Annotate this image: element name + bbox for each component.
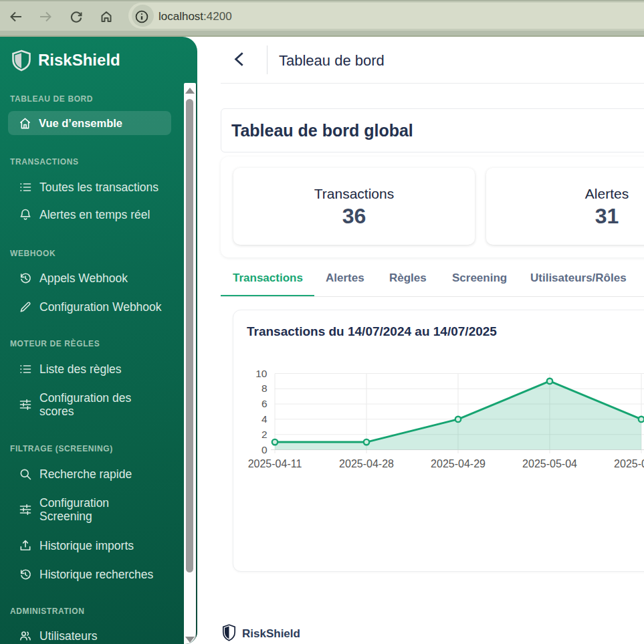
svg-text:6: 6 xyxy=(261,398,267,409)
svg-text:2025-05-12: 2025-05-12 xyxy=(614,458,644,469)
svg-text:10: 10 xyxy=(255,368,267,379)
svg-text:2025-04-28: 2025-04-28 xyxy=(339,458,394,469)
svg-text:4: 4 xyxy=(261,413,267,425)
svg-text:0: 0 xyxy=(261,444,267,455)
svg-text:2025-04-11: 2025-04-11 xyxy=(248,458,302,469)
svg-text:2025-04-29: 2025-04-29 xyxy=(431,458,486,469)
svg-text:8: 8 xyxy=(261,383,267,394)
svg-text:2025-05-04: 2025-05-04 xyxy=(522,458,577,469)
svg-text:2: 2 xyxy=(261,429,267,440)
